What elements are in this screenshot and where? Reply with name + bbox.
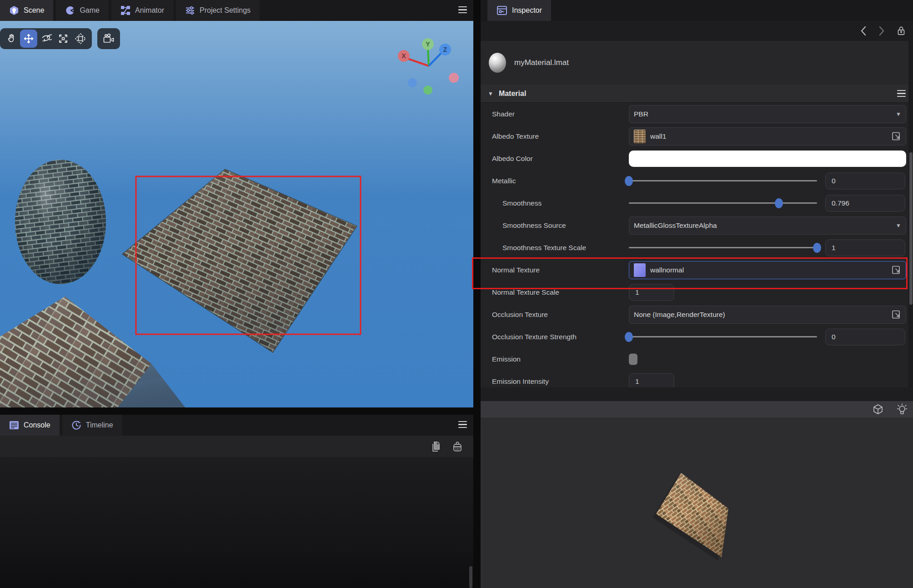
scene-panel-menu-icon[interactable] <box>458 6 467 13</box>
material-preview-pane[interactable] <box>481 417 913 588</box>
tab-label: Timeline <box>86 421 113 429</box>
shader-dropdown[interactable]: PBR▼ <box>629 105 906 123</box>
picker-icon[interactable] <box>892 265 901 275</box>
console-toolbar <box>0 436 473 457</box>
emission-checkbox[interactable] <box>629 353 637 365</box>
light-icon[interactable] <box>896 402 908 416</box>
gizmo-y-axis[interactable]: Y <box>422 38 434 50</box>
occlusion-texture-strength-value-input[interactable]: 0 <box>825 328 905 345</box>
property-label: Occlusion Texture <box>492 311 548 319</box>
slider-thumb[interactable] <box>625 176 633 186</box>
tab-animator[interactable]: Animator <box>111 0 173 21</box>
move-tool-button[interactable] <box>20 30 37 48</box>
section-collapse-icon[interactable]: ▼ <box>488 90 493 97</box>
copy-icon[interactable] <box>431 441 441 452</box>
occlusion-texture-strength-slider[interactable] <box>629 332 817 342</box>
frame-tool-button[interactable] <box>55 30 72 48</box>
back-icon[interactable] <box>860 26 867 36</box>
albedo-texture-field[interactable]: wall1 <box>629 127 906 146</box>
move-icon <box>23 33 34 44</box>
smoothness-texture-scale-slider[interactable] <box>629 242 817 253</box>
project-settings-icon <box>185 5 195 15</box>
property-row-metallic: Metallic0 <box>481 170 913 192</box>
preview-plane <box>656 473 728 557</box>
metallic-slider[interactable] <box>629 176 817 186</box>
property-row-occlusion-texture-strength: Occlusion Texture Strength0 <box>481 326 913 348</box>
smoothness-value-input[interactable]: 0.796 <box>825 195 905 211</box>
gizmo-negative-y[interactable] <box>423 85 432 95</box>
gizmo-negative-z[interactable] <box>408 78 417 87</box>
slider-thumb[interactable] <box>775 198 783 208</box>
slider-thumb[interactable] <box>813 243 821 253</box>
picker-icon[interactable] <box>892 131 901 141</box>
animator-icon <box>120 5 130 15</box>
clear-icon[interactable] <box>451 441 463 452</box>
property-row-occlusion-texture: Occlusion TextureNone (Image,RenderTextu… <box>481 303 913 326</box>
console-icon <box>9 421 19 430</box>
rect-transform-icon <box>75 33 86 45</box>
section-title: Material <box>499 90 526 98</box>
console-output[interactable] <box>0 457 473 588</box>
property-row-shader: ShaderPBR▼ <box>481 103 913 125</box>
tab-timeline[interactable]: Timeline <box>62 415 122 436</box>
smoothness-slider[interactable] <box>629 198 817 209</box>
lock-icon[interactable] <box>897 25 906 36</box>
gizmo-negative-x[interactable] <box>449 73 459 83</box>
emission-intensity-input[interactable]: 1 <box>629 373 674 387</box>
property-label: Smoothness Texture Scale <box>502 244 586 252</box>
gizmo-x-axis[interactable]: X <box>398 50 410 62</box>
tab-scene[interactable]: Scene <box>0 0 53 21</box>
scene-icon <box>9 5 19 15</box>
tab-label: Inspector <box>512 6 542 15</box>
scene-canvas[interactable]: X Y Z <box>0 21 473 407</box>
cube-icon[interactable] <box>872 403 884 415</box>
material-section-header[interactable]: ▼ Material <box>481 85 913 103</box>
gizmo-z-axis[interactable]: Z <box>439 44 451 55</box>
scene-object-sphere[interactable] <box>15 160 106 284</box>
metallic-value-input[interactable]: 0 <box>825 172 905 189</box>
camera-icon <box>102 33 115 44</box>
panel-splitter[interactable] <box>0 407 473 415</box>
slider-thumb[interactable] <box>625 332 633 342</box>
property-label: Smoothness <box>502 199 542 207</box>
forward-icon[interactable] <box>878 26 885 36</box>
inspector-nav <box>481 21 913 41</box>
tab-console[interactable]: Console <box>0 415 60 436</box>
rotate-tool-button[interactable] <box>37 30 55 48</box>
scene-viewport[interactable]: X Y Z <box>0 21 473 407</box>
albedo-color-swatch[interactable] <box>629 151 906 167</box>
preview-toolbar <box>481 401 913 417</box>
property-label: Normal Texture <box>492 266 540 274</box>
property-row-smoothness-source: Smoothness SourceMetallicGlossTextureAlp… <box>481 214 913 236</box>
console-scrollbar[interactable] <box>469 566 472 588</box>
camera-tool-button[interactable] <box>97 28 120 49</box>
normal-map-thumbnail <box>634 263 646 277</box>
frame-icon <box>58 33 69 44</box>
panel-divider[interactable] <box>473 0 481 588</box>
pan-tool-button[interactable] <box>3 30 20 48</box>
game-icon <box>65 5 75 15</box>
tab-project-settings[interactable]: Project Settings <box>176 0 260 21</box>
inspector-scrollbar-thumb[interactable] <box>909 152 913 305</box>
property-row-normal-texture: Normal Texturewallnormal <box>481 259 913 281</box>
picker-icon[interactable] <box>892 309 901 320</box>
tab-inspector[interactable]: Inspector <box>487 0 551 21</box>
tab-game[interactable]: Game <box>56 0 109 21</box>
property-row-normal-texture-scale: Normal Texture Scale1 <box>481 281 913 303</box>
normal-texture-scale-input[interactable]: 1 <box>629 284 674 301</box>
smoothness-source-dropdown[interactable]: MetallicGlossTextureAlpha▼ <box>629 216 906 235</box>
slider-track <box>629 202 817 204</box>
tab-label: Project Settings <box>200 6 251 15</box>
smoothness-texture-scale-value-input[interactable]: 1 <box>825 239 905 256</box>
property-label: Albedo Texture <box>492 132 539 141</box>
normal-texture-field[interactable]: wallnormal <box>629 261 906 279</box>
section-menu-icon[interactable] <box>897 90 906 97</box>
tab-label: Scene <box>24 6 44 15</box>
rect-transform-tool-button[interactable] <box>72 30 89 48</box>
tab-label: Game <box>80 6 100 15</box>
inspector-scrollbar-track[interactable] <box>908 41 913 387</box>
occlusion-texture-field[interactable]: None (Image,RenderTexture) <box>629 306 906 324</box>
property-label: Emission <box>492 355 521 363</box>
timeline-icon <box>71 420 81 430</box>
console-panel-menu-icon[interactable] <box>458 421 467 428</box>
